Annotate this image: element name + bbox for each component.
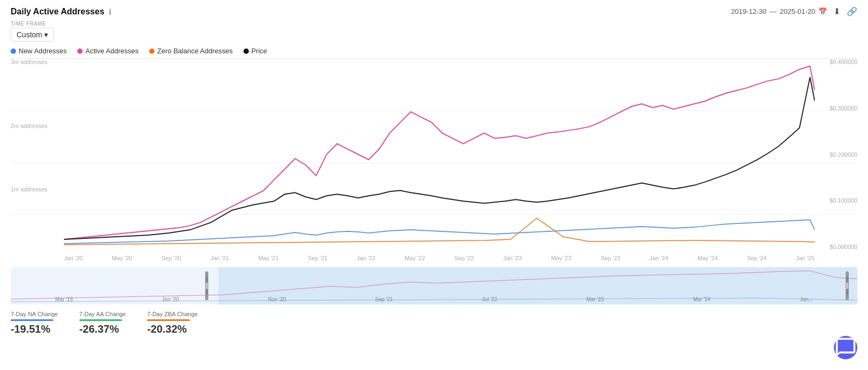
x-axis-label-1: May '20 (112, 255, 132, 261)
y-axis-left-label-1: 2m addresses (11, 123, 64, 129)
stat-label-2: 7-Day ZBA Change (147, 311, 198, 317)
stat-value-2: -20.32% (147, 323, 198, 335)
range-handle-left[interactable] (205, 271, 208, 300)
x-axis-label-5: Sep '21 (308, 255, 328, 261)
stat-label-1: 7-Day AA Change (79, 311, 126, 317)
y-axis-right-label-1: $0.300000 (830, 105, 857, 111)
stat-item-1: 7-Day AA Change -26.37% (79, 311, 126, 335)
y-axis-right-label-0: $0.400000 (830, 59, 857, 65)
x-axis-label-12: Jan '24 (650, 255, 668, 261)
chart-svg (64, 59, 815, 250)
x-axis-label-7: May '22 (404, 255, 425, 261)
mini-label-0: Mar '19 (55, 296, 73, 302)
stat-item-2: 7-Day ZBA Change -20.32% (147, 311, 198, 335)
x-axis-label-0: Jan '20 (64, 255, 83, 261)
page-title: Daily Active Addresses (11, 7, 104, 17)
mini-label-3: Sep '21 (375, 296, 393, 302)
mini-chart-labels: Mar '19Jan '20Nov '20Sep '21Jul '22Mar '… (11, 296, 857, 302)
stat-label-0: 7-Day NA Change (11, 311, 58, 317)
stat-underline-0 (11, 319, 53, 321)
info-icon[interactable]: ℹ (109, 7, 111, 16)
x-axis-label-10: May '23 (551, 255, 571, 261)
header-right: 2019-12-30 — 2025-01-20 📅 ⬇ 🔗 (731, 6, 857, 17)
y-axis-right: $0.400000$0.300000$0.200000$0.100000$0.0… (815, 59, 857, 250)
range-handle-right[interactable] (846, 271, 849, 300)
timeframe-section: TIME FRAME Custom ▾ (0, 19, 868, 44)
legend-label-price: Price (252, 47, 267, 55)
chart-inner (64, 59, 815, 250)
x-axis-label-11: Sep '23 (601, 255, 620, 261)
date-start: 2019-12-30 (731, 7, 767, 15)
chart-area: 3m addresses2m addresses1m addresses $0.… (11, 58, 857, 266)
stat-underline-1 (79, 319, 122, 321)
x-axis-label-4: May '21 (258, 255, 279, 261)
legend-item-active_addresses[interactable]: Active Addresses (77, 47, 139, 55)
mini-label-1: Jan '20 (162, 296, 179, 302)
mini-label-4: Jul '22 (482, 296, 498, 302)
date-separator: — (770, 7, 777, 15)
legend-dot-active_addresses (77, 49, 83, 54)
mini-chart[interactable]: Mar '19Jan '20Nov '20Sep '21Jul '22Mar '… (11, 267, 857, 304)
legend-dot-new_addresses (11, 49, 16, 54)
stats-section: 7-Day NA Change -19.51% 7-Day AA Change … (0, 304, 868, 342)
x-axis: Jan '20May '20Sep '20Jan '21May '21Sep '… (64, 250, 815, 266)
x-axis-label-6: Jan '22 (356, 255, 375, 261)
x-axis-label-8: Sep '22 (454, 255, 474, 261)
stat-item-0: 7-Day NA Change -19.51% (11, 311, 58, 335)
legend-dot-zero_balance (149, 49, 155, 54)
y-axis-left-label-0: 3m addresses (11, 59, 64, 65)
x-axis-label-14: Sep '24 (747, 255, 767, 261)
legend-dot-price (244, 49, 249, 54)
timeframe-value: Custom (17, 30, 42, 39)
x-axis-label-15: Jan '25 (796, 255, 815, 261)
legend: New AddressesActive AddressesZero Balanc… (0, 44, 868, 58)
link-button[interactable]: 🔗 (847, 6, 857, 17)
legend-item-price[interactable]: Price (244, 47, 267, 55)
legend-item-new_addresses[interactable]: New Addresses (11, 47, 67, 55)
date-end: 2025-01-20 (780, 7, 816, 15)
legend-label-new_addresses: New Addresses (19, 47, 67, 55)
legend-label-zero_balance: Zero Balance Addresses (157, 47, 233, 55)
header: Daily Active Addresses ℹ 2019-12-30 — 20… (0, 0, 868, 19)
legend-item-zero_balance[interactable]: Zero Balance Addresses (149, 47, 233, 55)
chevron-down-icon: ▾ (44, 30, 48, 39)
calendar-icon[interactable]: 📅 (818, 7, 827, 15)
stat-value-1: -26.37% (79, 323, 126, 335)
mini-label-2: Nov '20 (268, 296, 286, 302)
y-axis-right-label-4: $0.000000 (830, 244, 857, 250)
x-axis-label-2: Sep '20 (161, 255, 181, 261)
y-axis-left-label-2: 1m addresses (11, 186, 64, 192)
y-axis-right-label-3: $0.100000 (830, 197, 857, 204)
x-axis-label-9: Jan '23 (503, 255, 522, 261)
y-axis-right-label-2: $0.200000 (830, 151, 857, 158)
date-range: 2019-12-30 — 2025-01-20 📅 (731, 7, 827, 15)
header-left: Daily Active Addresses ℹ (11, 7, 111, 17)
stat-value-0: -19.51% (11, 323, 58, 335)
y-axis-left: 3m addresses2m addresses1m addresses (11, 59, 64, 250)
mini-label-6: Mar '24 (693, 296, 711, 302)
timeframe-label: TIME FRAME (11, 21, 857, 27)
timeframe-dropdown[interactable]: Custom ▾ (11, 28, 54, 42)
mini-label-7: Jan... (800, 296, 813, 302)
legend-label-active_addresses: Active Addresses (85, 47, 139, 55)
chat-button[interactable] (834, 336, 857, 359)
x-axis-label-3: Jan '21 (210, 255, 229, 261)
mini-label-5: Mar '23 (586, 296, 604, 302)
active-addresses-line (64, 66, 815, 239)
stat-underline-2 (147, 319, 190, 321)
download-button[interactable]: ⬇ (833, 6, 840, 17)
x-axis-label-13: May '24 (697, 255, 718, 261)
